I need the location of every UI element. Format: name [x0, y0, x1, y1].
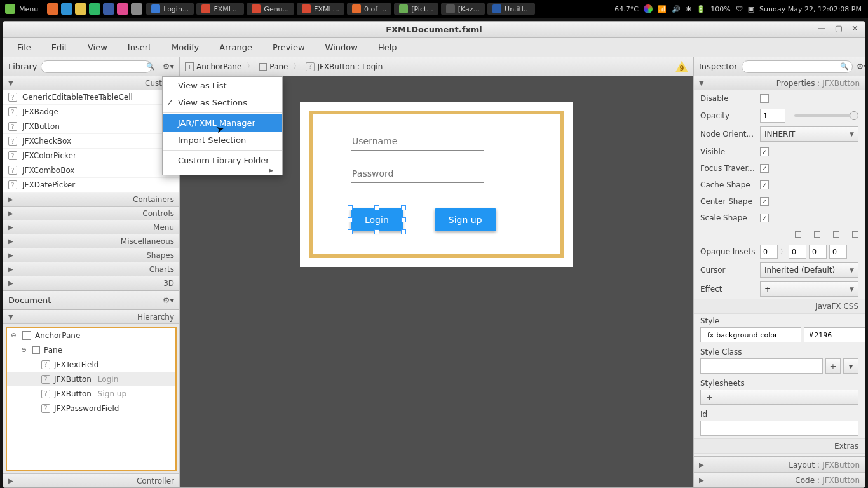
- taskbar-item[interactable]: 0 of ...: [347, 3, 391, 15]
- launcher-icon[interactable]: [131, 3, 142, 15]
- battery-percent: 100%: [710, 5, 730, 13]
- task-label: 0 of ...: [364, 5, 386, 13]
- start-menu-label: Menu: [19, 5, 38, 13]
- launcher-icon[interactable]: [117, 3, 128, 15]
- task-label: FXML...: [314, 5, 339, 13]
- launcher-icon[interactable]: [61, 3, 72, 15]
- battery-icon: 🔋: [696, 5, 705, 13]
- app-icon: [352, 4, 361, 13]
- volume-icon[interactable]: 🔊: [672, 5, 681, 13]
- record-icon[interactable]: ▣: [748, 5, 754, 13]
- clock[interactable]: Sunday May 22, 12:02:08 PM: [759, 5, 862, 13]
- launcher-icon[interactable]: [89, 3, 100, 15]
- launcher-icon[interactable]: [75, 3, 86, 15]
- taskbar-tasks: Login... FXML... Genu... FXML... 0 of ..…: [146, 3, 608, 15]
- taskbar-item[interactable]: FXML...: [297, 3, 344, 15]
- taskbar-item[interactable]: Genu...: [247, 3, 294, 15]
- task-label: Genu...: [264, 5, 289, 13]
- app-icon: [151, 4, 160, 13]
- task-label: Untitl...: [505, 5, 530, 13]
- bluetooth-icon[interactable]: ✱: [686, 5, 691, 13]
- app-icon: [201, 4, 210, 13]
- launcher-icon[interactable]: [47, 3, 58, 15]
- network-icon[interactable]: 📶: [658, 5, 667, 13]
- taskbar-item[interactable]: Login...: [146, 3, 194, 15]
- app-icon: [492, 4, 501, 13]
- launcher-icon[interactable]: [103, 3, 114, 15]
- app-icon: [252, 4, 261, 13]
- task-label: [Kaz...: [458, 5, 480, 13]
- color-icon[interactable]: [644, 4, 653, 13]
- start-menu-button[interactable]: Menu: [0, 4, 43, 14]
- quick-launchers: [43, 3, 146, 15]
- app-icon: [399, 4, 408, 13]
- taskbar-item[interactable]: [Pict...: [394, 3, 438, 15]
- temperature-readout: 64.7°C: [614, 5, 639, 13]
- app-icon: [302, 4, 311, 13]
- taskbar-item[interactable]: FXML...: [196, 3, 244, 15]
- task-label: Login...: [163, 5, 189, 13]
- taskbar-item[interactable]: Untitl...: [487, 3, 535, 15]
- system-taskbar: Menu Login... FXML... Genu... FXML... 0 …: [0, 0, 868, 18]
- shield-icon[interactable]: 🛡: [736, 5, 743, 13]
- task-label: [Pict...: [411, 5, 433, 13]
- system-tray: 64.7°C 📶 🔊 ✱ 🔋 100% 🛡 ▣ Sunday May 22, 1…: [608, 4, 868, 13]
- mint-logo-icon: [5, 4, 15, 14]
- task-label: FXML...: [214, 5, 239, 13]
- app-icon: [446, 4, 455, 13]
- taskbar-item[interactable]: [Kaz...: [441, 3, 485, 15]
